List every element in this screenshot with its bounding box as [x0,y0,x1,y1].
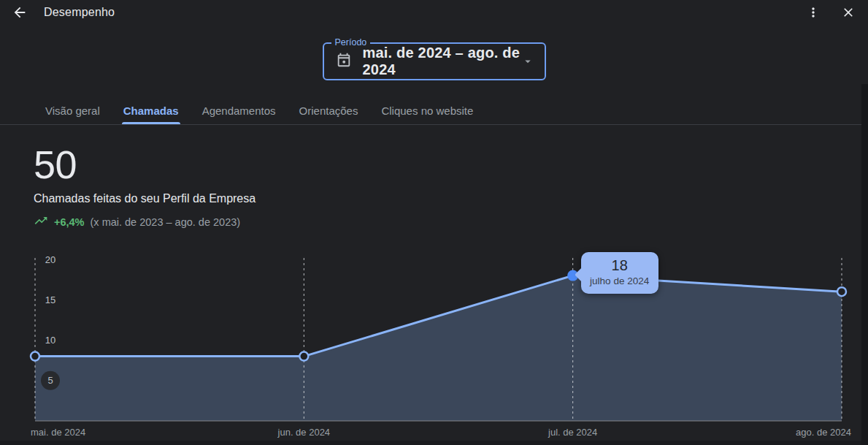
y-tick-label: 15 [45,294,55,305]
calendar-icon [336,52,352,71]
tab-cliques-no-website[interactable]: Cliques no website [369,96,485,124]
y-tick-label: 10 [45,335,55,346]
tooltip-value: 18 [585,256,654,275]
kebab-menu-icon [806,5,821,20]
y-tick-label: 5 [47,375,53,386]
close-button[interactable] [839,3,858,22]
x-tick-label: jun. de 2024 [277,427,331,438]
metric-summary: 50 Chamadas feitas do seu Perfil da Empr… [34,143,256,231]
tooltip-date: julho de 2024 [585,275,654,287]
tab-visao-geral[interactable]: Visão geral [34,96,112,124]
metric-description: Chamadas feitas do seu Perfil da Empresa [34,192,256,205]
calls-line-chart: 5101520mai. de 2024jun. de 2024jul. de 2… [0,248,868,445]
metric-value: 50 [34,143,256,186]
x-tick-label: mai. de 2024 [31,427,85,438]
chart-point[interactable] [837,287,846,296]
x-tick-label: jul. de 2024 [548,427,597,438]
scrollbar-track[interactable] [861,84,868,445]
back-button[interactable] [10,3,29,22]
tab-bar: Visão geral Chamadas Agendamentos Orient… [0,96,868,125]
period-selector[interactable]: Período mai. de 2024 – ago. de 2024 [323,42,546,80]
header: Desempenho [0,0,868,25]
dropdown-caret-icon [521,55,534,68]
calls-chart: 5101520mai. de 2024jun. de 2024jul. de 2… [0,248,868,445]
tab-orientacoes[interactable]: Orientações [288,96,370,124]
x-tick-label: ago. de 2024 [796,427,851,438]
arrow-left-icon [12,4,28,20]
more-options-button[interactable] [804,3,823,22]
chart-point[interactable] [299,352,308,361]
trend-comparison: (x mai. de 2023 – ago. de 2023) [91,216,241,228]
trend-row: +6,4% (x mai. de 2023 – ago. de 2023) [34,213,256,231]
trend-percent: +6,4% [54,216,85,228]
period-selector-label: Período [331,37,371,47]
tab-agendamentos[interactable]: Agendamentos [191,96,288,124]
trending-up-icon [34,213,48,231]
bottom-edge [0,441,861,445]
close-icon [841,5,856,20]
chart-point[interactable] [31,352,39,361]
chart-tooltip: 18 julho de 2024 [581,252,658,294]
chart-area [35,275,842,421]
tab-chamadas[interactable]: Chamadas [112,96,191,124]
y-tick-label: 20 [45,254,55,265]
page-title: Desempenho [44,6,115,19]
period-selector-value: mai. de 2024 – ago. de 2024 [363,45,521,78]
